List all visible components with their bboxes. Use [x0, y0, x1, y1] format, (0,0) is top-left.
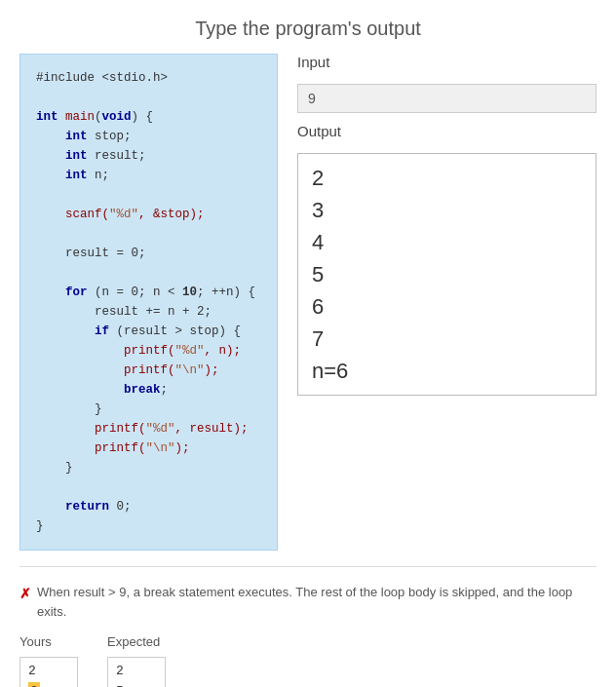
page-title: Type the program's output	[0, 0, 616, 54]
code-line: printf("\n");	[36, 361, 261, 380]
code-line: scanf("%d", &stop);	[36, 205, 261, 224]
output-line: 2	[312, 162, 582, 194]
code-line: }	[36, 458, 261, 477]
code-line: int stop;	[36, 127, 261, 146]
code-line: if (result > stop) {	[36, 322, 261, 341]
code-line: for (n = 0; n < 10; ++n) {	[36, 283, 261, 302]
output-line: 5	[312, 258, 582, 290]
code-line: return 0;	[36, 497, 261, 516]
code-panel: #include <stdio.h> int main(void) { int …	[19, 54, 278, 551]
yours-diff-box: 2 3¶ 4¶ 5 6 7¶ n=6	[19, 657, 78, 687]
code-line: #include <stdio.h>	[36, 68, 261, 88]
code-line: }	[36, 516, 261, 536]
expected-diff-box: 2 5 9 n=3	[107, 657, 166, 687]
code-line: break;	[36, 380, 261, 400]
diff-line: 5	[116, 682, 157, 687]
feedback-area: ✗ When result > 9, a break statement exe…	[0, 583, 616, 687]
code-line: result += n + 2;	[36, 302, 261, 322]
code-line: }	[36, 400, 261, 419]
comparison-row: Yours 2 3¶ 4¶ 5 6 7¶ n=6 Expected 2 5 9 …	[19, 634, 597, 687]
yours-label: Yours	[19, 634, 52, 649]
diff-line: 3¶	[28, 682, 69, 687]
expected-col: Expected 2 5 9 n=3	[107, 634, 166, 687]
expected-label: Expected	[107, 634, 160, 649]
input-label: Input	[297, 54, 597, 70]
output-line: 6	[312, 290, 582, 323]
feedback-message: ✗ When result > 9, a break statement exe…	[19, 583, 597, 621]
diff-line: 2	[28, 662, 69, 682]
output-line: 4	[312, 226, 582, 258]
code-line: int result;	[36, 146, 261, 166]
code-line: printf("%d", n);	[36, 341, 261, 361]
yours-col: Yours 2 3¶ 4¶ 5 6 7¶ n=6	[19, 634, 78, 687]
code-line	[36, 263, 261, 283]
diff-line: 2	[116, 662, 157, 682]
input-value: 9	[297, 84, 597, 113]
code-line: printf("\n");	[36, 439, 261, 458]
output-box: 2 3 4 5 6 7 n=6	[297, 153, 597, 396]
error-icon: ✗	[19, 584, 31, 604]
output-line: 7	[312, 323, 582, 355]
code-line: int n;	[36, 166, 261, 185]
right-panel: Input 9 Output 2 3 4 5 6 7 n=6	[297, 54, 597, 396]
main-area: #include <stdio.h> int main(void) { int …	[0, 54, 616, 551]
feedback-text: When result > 9, a break statement execu…	[37, 583, 597, 621]
code-line	[36, 88, 261, 107]
code-line	[36, 185, 261, 205]
code-line	[36, 224, 261, 244]
output-line-neq: n=6	[312, 355, 582, 387]
code-line: int main(void) {	[36, 107, 261, 127]
output-label: Output	[297, 123, 597, 139]
code-line: result = 0;	[36, 244, 261, 263]
divider	[19, 566, 597, 567]
output-line: 3	[312, 194, 582, 226]
code-line	[36, 477, 261, 497]
code-line: printf("%d", result);	[36, 419, 261, 439]
